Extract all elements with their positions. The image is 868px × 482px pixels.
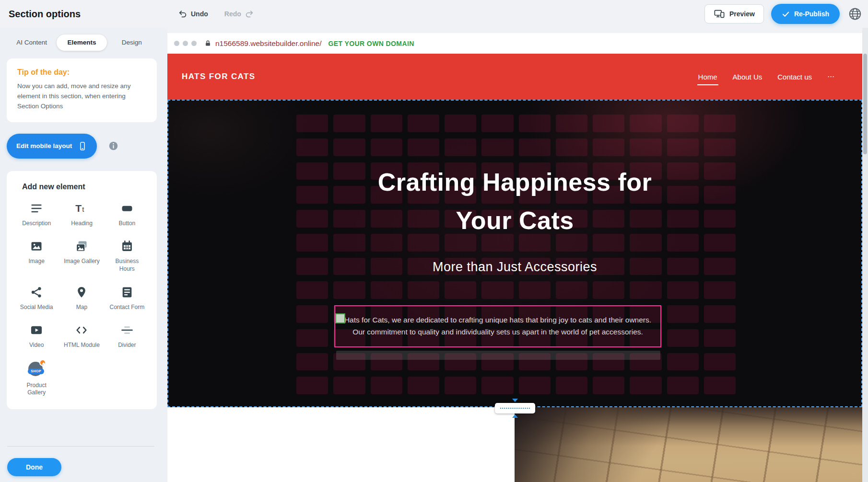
redo-label: Redo <box>224 10 241 18</box>
window-dots <box>174 41 197 46</box>
svg-text:t: t <box>82 205 85 213</box>
tab-elements[interactable]: Elements <box>57 34 106 51</box>
scrollbar-thumb[interactable] <box>863 54 867 154</box>
hero-tile <box>593 138 624 156</box>
hero-tile <box>445 138 476 156</box>
hero-tile <box>667 353 699 371</box>
element-button[interactable]: Button <box>105 201 149 228</box>
hero-tile <box>445 281 476 299</box>
hero-tile <box>296 329 328 347</box>
hero-tile <box>556 377 587 394</box>
shop-upgrade-badge <box>39 359 46 366</box>
nav-more[interactable]: ⋯ <box>827 72 834 81</box>
edit-mobile-layout-button[interactable]: Edit mobile layout <box>7 134 97 159</box>
done-button[interactable]: Done <box>7 458 61 476</box>
svg-text:T: T <box>76 203 82 214</box>
redo-button[interactable]: Redo <box>224 10 254 19</box>
undo-icon <box>178 10 188 19</box>
republish-button[interactable]: Re-Publish <box>771 4 840 24</box>
sidebar-divider <box>7 446 154 447</box>
hero-tile <box>667 281 699 299</box>
hero-heading[interactable]: Crafting Happiness for Your Cats <box>168 163 861 240</box>
hero-tile <box>296 115 328 132</box>
element-heading[interactable]: Tt Heading <box>59 201 104 228</box>
redo-icon <box>245 10 254 19</box>
hero-heading-line2: Your Cats <box>168 201 861 240</box>
hero-subheading[interactable]: More than Just Accessories <box>168 260 861 275</box>
element-drag-handle[interactable] <box>335 313 345 323</box>
hero-tile <box>445 377 476 394</box>
hero-tile <box>371 377 402 394</box>
element-product-gallery[interactable]: SHOP Product Gallery <box>14 361 59 397</box>
tab-ai-content[interactable]: AI Content <box>7 34 57 51</box>
element-social-media[interactable]: Social Media <box>14 285 59 311</box>
topbar-actions: Preview Re-Publish <box>704 0 863 28</box>
browser-bar: n1566589.websitebuilder.online/ GET YOUR… <box>167 33 862 54</box>
language-globe-button[interactable] <box>847 6 863 22</box>
nav-about-us[interactable]: About Us <box>733 73 762 81</box>
element-ghost-placeholder <box>336 351 660 360</box>
info-icon[interactable] <box>108 141 118 151</box>
element-contact-form[interactable]: Contact Form <box>105 285 149 311</box>
hero-tile <box>445 115 476 132</box>
element-image[interactable]: Image <box>14 239 59 273</box>
hero-tile <box>296 138 328 156</box>
description-icon <box>30 201 43 216</box>
hero-tile <box>593 377 624 394</box>
element-map[interactable]: Map <box>59 285 104 311</box>
hero-tile <box>704 138 736 156</box>
hero-tile <box>556 115 587 132</box>
hero-tile <box>408 115 439 132</box>
tip-body: Now you can add, move and resize any ele… <box>17 81 146 112</box>
site-logo[interactable]: HATS FOR CATS <box>182 72 256 81</box>
lock-icon <box>204 39 211 47</box>
hero-tile <box>333 281 365 299</box>
element-html-module[interactable]: HTML Module <box>59 322 104 349</box>
shop-ribbon: SHOP <box>28 368 44 374</box>
hero-tile <box>667 305 699 323</box>
hero-tile <box>408 377 439 394</box>
hero-tile <box>519 115 551 132</box>
topbar: Section options Undo Redo Preview Re-Pub… <box>0 0 868 28</box>
sidebar-tabs: AI Content Elements Design <box>7 34 157 51</box>
section-resize-handle[interactable] <box>495 399 535 418</box>
hero-tile <box>630 281 661 299</box>
hero-tile <box>481 138 513 156</box>
nav-contact-us[interactable]: Contact us <box>777 73 812 81</box>
product-gallery-icon: SHOP <box>28 361 45 378</box>
image-icon <box>29 239 44 254</box>
element-image-gallery[interactable]: Image Gallery <box>59 239 104 273</box>
page-scrollbar[interactable] <box>862 28 868 482</box>
undo-button[interactable]: Undo <box>178 10 208 19</box>
mobile-layout-row: Edit mobile layout <box>7 134 157 159</box>
window-dot <box>183 41 188 46</box>
devices-icon <box>714 9 725 19</box>
hero-tile <box>371 115 402 132</box>
element-description[interactable]: Description <box>14 201 59 228</box>
hero-tile <box>333 138 365 156</box>
element-video[interactable]: Video <box>14 322 59 349</box>
preview-button[interactable]: Preview <box>704 4 764 23</box>
hero-paragraph-selected[interactable]: Hats for Cats, we are dedicated to craft… <box>334 305 661 347</box>
hero-tile <box>333 377 365 394</box>
tab-design[interactable]: Design <box>107 34 157 51</box>
resize-pill <box>495 403 535 413</box>
hero-tile <box>630 377 661 394</box>
hero-section-selected[interactable]: Crafting Happiness for Your Cats More th… <box>167 100 862 407</box>
element-business-hours[interactable]: Business Hours <box>105 239 149 273</box>
hero-tile <box>667 329 699 347</box>
video-icon <box>29 322 44 338</box>
sidebar: AI Content Elements Design Tip of the da… <box>0 28 167 482</box>
window-dot <box>174 41 179 46</box>
site-nav: Home About Us Contact us ⋯ <box>698 72 848 81</box>
preview-label: Preview <box>729 10 755 18</box>
hero-paragraph-line1: Hats for Cats, we are dedicated to craft… <box>344 314 651 326</box>
undo-label: Undo <box>191 10 208 18</box>
get-domain-link[interactable]: GET YOUR OWN DOMAIN <box>328 40 414 47</box>
element-divider[interactable]: Divider <box>105 322 149 349</box>
image-gallery-icon <box>74 239 89 254</box>
pavement-photo <box>515 407 862 482</box>
nav-home[interactable]: Home <box>698 73 717 81</box>
resize-arrow-up-icon <box>512 414 518 418</box>
site-url: n1566589.websitebuilder.online/ <box>215 39 321 48</box>
